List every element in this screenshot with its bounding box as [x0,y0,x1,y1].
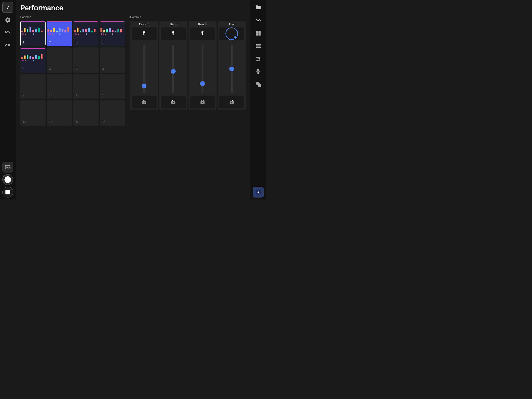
redo-icon [5,42,11,48]
shapes-button[interactable] [253,79,264,90]
pattern-cell-1[interactable]: 1 [20,21,45,46]
svg-rect-86 [38,56,40,59]
performance-button[interactable] [253,187,264,198]
list-button[interactable] [253,40,264,51]
control-label-pitch: Pitch [159,21,187,27]
pattern-cell-15[interactable]: 15 [73,100,99,126]
right-sidebar [250,0,266,200]
svg-point-16 [259,58,260,59]
control-label-random: Random [130,21,158,27]
pin-icon [171,31,176,36]
redo-button[interactable] [2,39,13,50]
controls-grid: Random Pitch Reverb Filter [130,21,246,110]
stop-button[interactable] [2,187,13,198]
pattern-number-1: 1 [23,41,24,44]
pattern-cell-3[interactable]: 3 [73,21,99,46]
pattern-cell-14[interactable]: 14 [47,100,72,126]
pattern-visual-2 [47,21,72,37]
pattern-number-8: 8 [102,67,104,71]
svg-rect-79 [21,48,45,49]
control-lock-random[interactable] [132,96,157,109]
svg-rect-49 [48,33,49,35]
pattern-cell-6[interactable]: 6 [47,47,72,73]
pin-icon [141,31,147,36]
grid-button[interactable] [253,28,264,39]
svg-rect-35 [41,31,43,32]
control-lock-reverb[interactable] [190,96,215,109]
svg-rect-76 [103,34,104,35]
svg-rect-39 [33,33,34,35]
slider-thumb-pitch[interactable] [171,69,176,74]
svg-rect-68 [103,30,105,32]
grid-icon [255,30,261,36]
pattern-number-9: 9 [23,94,24,97]
slider-track-reverb[interactable] [202,45,203,93]
help-button[interactable]: ? [2,2,13,13]
record-indicator [5,176,11,183]
pattern-number-3: 3 [76,41,77,44]
question-mark-icon: ? [6,5,9,10]
control-pin-random[interactable] [132,27,157,40]
svg-rect-43 [53,28,55,32]
gear-icon [5,17,11,23]
svg-rect-64 [78,34,79,35]
svg-point-17 [257,60,258,61]
svg-rect-6 [258,31,260,33]
control-lock-pitch[interactable] [161,96,186,109]
pattern-cell-16[interactable]: 16 [100,100,125,126]
svg-rect-57 [82,29,84,32]
left-sidebar: ? [0,0,16,200]
pattern-visual-4 [100,21,125,37]
control-pin-reverb[interactable] [190,27,215,40]
control-slider-area-reverb[interactable] [189,41,216,95]
wave-button[interactable] [253,15,264,26]
pattern-cell-8[interactable]: 8 [100,47,125,73]
svg-rect-59 [88,28,90,32]
svg-rect-9 [256,44,261,45]
record-button[interactable] [2,174,13,185]
slider-thumb-filter[interactable] [229,67,234,71]
svg-rect-32 [32,30,34,32]
svg-rect-61 [94,29,96,32]
slider-thumb-reverb[interactable] [200,81,205,86]
wave-icon [255,17,261,23]
sliders-button[interactable] [253,53,264,64]
undo-button[interactable] [2,27,13,38]
control-slider-area-filter[interactable] [218,41,246,95]
control-pin-pitch[interactable] [161,27,186,40]
pattern-cell-12[interactable]: 12 [100,74,125,99]
control-slider-area-pitch[interactable] [159,41,187,95]
control-pin-filter[interactable] [219,27,244,40]
slider-track-pitch[interactable] [172,45,174,93]
svg-rect-87 [41,54,43,59]
tape-button[interactable] [2,162,13,173]
svg-rect-46 [62,29,63,32]
slider-track-filter[interactable] [231,45,233,93]
pattern-number-4: 4 [102,41,104,44]
slider-thumb-random[interactable] [142,84,146,88]
svg-rect-29 [24,28,25,32]
sections-row: Patterns 12345678910111213141516 Control… [20,15,246,126]
settings-button[interactable] [2,14,13,25]
slider-track-random[interactable] [143,45,145,93]
pattern-cell-9[interactable]: 9 [20,74,45,99]
folder-button[interactable] [253,2,264,13]
patterns-section: Patterns 12345678910111213141516 [20,15,125,126]
puppet-button[interactable] [253,66,264,77]
pattern-cell-5[interactable]: 5 [20,47,45,73]
svg-rect-28 [21,31,23,32]
pattern-cell-4[interactable]: 4 [100,21,125,46]
filter-knob[interactable] [226,27,238,40]
svg-rect-78 [112,33,113,35]
control-lock-filter[interactable] [219,96,244,109]
pattern-cell-11[interactable]: 11 [73,74,99,99]
control-col-filter: Filter [218,21,246,110]
pattern-cell-13[interactable]: 13 [20,100,45,126]
pattern-cell-10[interactable]: 10 [47,74,72,99]
pattern-cell-2[interactable]: 2 [47,21,72,46]
svg-rect-3 [7,167,9,168]
pattern-cell-7[interactable]: 7 [73,47,99,73]
svg-rect-41 [48,29,49,32]
control-slider-area-random[interactable] [130,41,158,95]
svg-rect-20 [257,72,259,74]
